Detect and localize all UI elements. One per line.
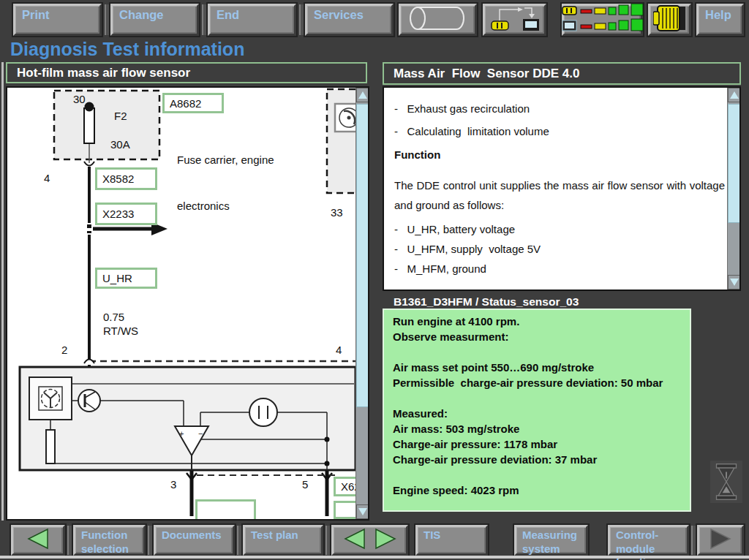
main-wire xyxy=(87,167,91,390)
system-status-button[interactable] xyxy=(562,4,643,36)
help-button[interactable]: Help xyxy=(696,4,744,36)
arrow-right-icon xyxy=(373,528,398,553)
sensor-internal-box: + − xyxy=(20,367,355,470)
pin-label-33: 33 xyxy=(331,205,343,220)
end-button[interactable]: End xyxy=(208,4,296,36)
scroll-up-button[interactable] xyxy=(728,88,740,102)
result-line: Charge-air pressure: 1178 mbar xyxy=(393,436,681,452)
arrow-up-icon xyxy=(358,91,367,99)
arrow-down-icon xyxy=(730,279,739,286)
tis-button[interactable]: TIS xyxy=(415,525,488,556)
info-line: - U_HR, battery voltage xyxy=(394,219,732,239)
screen-edge-bottom xyxy=(0,556,749,559)
arrow-left-icon xyxy=(342,528,367,553)
arrow-left-icon xyxy=(25,527,51,553)
arrow-down-icon xyxy=(358,508,367,515)
fuse-name-label: F2 xyxy=(114,108,127,124)
info-panel: - Exhaust gas recirculation - Calculatin… xyxy=(383,86,741,291)
connector-box-empty[interactable] xyxy=(195,499,256,521)
wire-hook xyxy=(84,360,94,364)
fuse-rating-label: 30A xyxy=(110,137,130,152)
info-line: - Calculating limitation volume xyxy=(394,125,732,137)
scroll-down-button[interactable] xyxy=(356,504,369,519)
svg-text:+: + xyxy=(179,429,184,438)
result-line: Measured: xyxy=(393,406,681,421)
arrow-right-icon xyxy=(707,527,734,553)
scroll-down-button[interactable] xyxy=(728,275,740,290)
control-module-functions-button[interactable]: Control-module functions xyxy=(608,525,689,556)
info-line: - M_HFM, ground xyxy=(394,259,732,279)
back-button[interactable] xyxy=(11,525,65,556)
connector-x8582-box[interactable]: X8582 xyxy=(95,167,157,190)
result-line: Observe measurment: xyxy=(393,329,681,344)
hourglass-icon xyxy=(710,461,742,503)
info-scrollbar[interactable] xyxy=(727,88,739,290)
info-line: - Exhaust gas recirculation xyxy=(394,102,732,115)
svg-text:−: − xyxy=(198,429,203,438)
info-paragraph: The DDE control unit supplies the mass a… xyxy=(394,175,725,215)
pin-label-2: 2 xyxy=(61,342,67,357)
page-title: Diagnosis Test information xyxy=(10,39,244,60)
status-header: B1361_D3HFM / Status_sensor_03 xyxy=(394,295,579,309)
pin-label-5: 5 xyxy=(302,477,308,492)
result-line: Air mass: 503 mg/stroke xyxy=(393,421,681,436)
print-button[interactable]: Print xyxy=(13,4,102,36)
arrow-up-icon xyxy=(730,91,739,99)
test-plan-button[interactable]: Test plan xyxy=(243,525,323,556)
function-selection-button[interactable]: Function selection xyxy=(73,525,146,556)
forward-button[interactable] xyxy=(697,525,744,556)
plug-icon xyxy=(653,4,687,35)
component-33-box xyxy=(327,89,355,193)
result-line: Run engine at 4100 rpm. xyxy=(393,314,681,329)
info-heading: Function xyxy=(394,148,732,161)
tube-icon xyxy=(405,5,471,34)
scrollbar-thumb[interactable] xyxy=(356,104,369,407)
result-line xyxy=(393,467,681,483)
scrollbar-thumb[interactable] xyxy=(728,104,740,223)
plug-button[interactable] xyxy=(648,4,691,36)
screen-edge-left xyxy=(1,62,4,521)
wire-color-label: RT/WS xyxy=(103,323,138,338)
scroll-up-button[interactable] xyxy=(356,88,369,102)
diagram-scrollbar[interactable] xyxy=(355,88,368,519)
pin-label-4-left: 4 xyxy=(44,170,50,186)
services-button[interactable]: Services xyxy=(305,4,394,36)
component-ref-box[interactable]: A8682 xyxy=(162,93,224,113)
result-line: Engine speed: 4023 rpm xyxy=(393,483,681,498)
result-line: Air mass set point 550…690 mg/stroke xyxy=(393,360,681,375)
wire-gauge-label: 0.75 xyxy=(103,309,124,325)
info-line: - U_HFM, supply voltage 5V xyxy=(394,239,732,259)
right-panel-title: Mass Air Flow Sensor DDE 4.0 xyxy=(384,67,579,81)
measurement-panel: Run engine at 4100 rpm. Observe measurme… xyxy=(383,309,691,512)
connection-setup-icon xyxy=(490,4,540,35)
documents-button[interactable]: Documents xyxy=(154,525,235,556)
result-line xyxy=(393,390,681,406)
measuring-system-button[interactable]: Measuring system xyxy=(514,525,588,556)
tube-button[interactable] xyxy=(399,4,477,36)
result-line: Charge-air pressure deviation: 37 mbar xyxy=(393,452,681,467)
dis-screen: Print Change End Services xyxy=(0,0,749,560)
signal-u-hr-box[interactable]: U_HR xyxy=(95,268,157,289)
system-status-icon xyxy=(562,4,644,36)
connection-setup-button[interactable] xyxy=(483,4,546,36)
terminal-30-label: 30 xyxy=(73,91,86,107)
right-panel-header: Mass Air Flow Sensor DDE 4.0 xyxy=(383,62,741,85)
info-text: - Exhaust gas recirculation - Calculatin… xyxy=(384,88,732,279)
left-panel-header: Hot-film mass air flow sensor xyxy=(6,62,367,83)
connector-x2233-box[interactable]: X2233 xyxy=(95,203,157,225)
result-line xyxy=(393,344,681,360)
result-line: Permissible charge-air pressure deviatio… xyxy=(393,375,681,390)
pin-label-4-right: 4 xyxy=(336,342,342,357)
pin-label-3: 3 xyxy=(170,477,176,492)
wiring-diagram-panel: + − 30 xyxy=(6,86,369,521)
component-note: Fuse carrier, engine electronics xyxy=(177,121,274,244)
change-button[interactable]: Change xyxy=(110,4,199,36)
left-panel-title: Hot-film mass air flow sensor xyxy=(7,66,190,80)
fuse-carrier-box xyxy=(54,91,159,159)
page-navigation-button[interactable] xyxy=(331,525,408,556)
